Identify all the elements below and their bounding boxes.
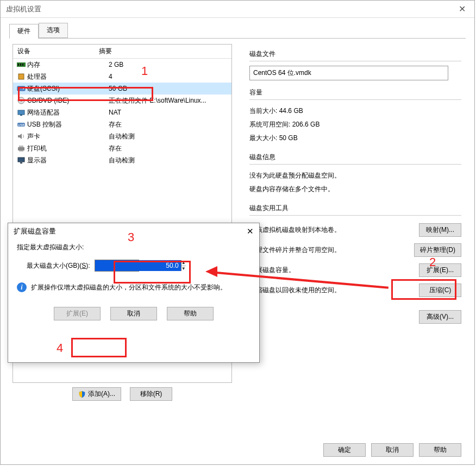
net-icon bbox=[16, 108, 26, 117]
device-summary: 存在 bbox=[109, 144, 231, 153]
summary-header: 摘要 bbox=[99, 47, 231, 56]
popup-info-text: 扩展操作仅增大虚拟磁盘的大小，分区和文件系统的大小不受影响。 bbox=[31, 282, 227, 293]
popup-help-button[interactable]: 帮助 bbox=[167, 307, 214, 320]
disk-info-1: 没有为此硬盘预分配磁盘空间。 bbox=[249, 169, 461, 182]
tool-compact-desc: 压缩磁盘以回收未使用的空间。 bbox=[249, 286, 419, 295]
cd-icon bbox=[16, 96, 26, 105]
svg-rect-17 bbox=[20, 162, 22, 163]
section-disk-info: 磁盘信息 bbox=[249, 152, 461, 165]
defrag-button[interactable]: 碎片整理(D) bbox=[414, 243, 461, 257]
section-tools: 磁盘实用工具 bbox=[249, 203, 461, 216]
device-header: 设备 bbox=[17, 47, 99, 56]
spin-down-icon[interactable]: ▼ bbox=[181, 266, 186, 272]
popup-subtitle: 指定最大虚拟磁盘大小: bbox=[17, 243, 250, 252]
map-button[interactable]: 映射(M)... bbox=[419, 223, 461, 237]
cancel-button[interactable]: 取消 bbox=[371, 443, 414, 457]
svg-point-6 bbox=[23, 88, 24, 89]
cap-max-value: 50 GB bbox=[279, 134, 298, 142]
device-row-sound[interactable]: 声卡自动检测 bbox=[13, 130, 231, 142]
svg-rect-14 bbox=[19, 146, 23, 147]
device-name: 处理器 bbox=[27, 72, 109, 81]
device-row-net[interactable]: 网络适配器NAT bbox=[13, 106, 231, 118]
disk-size-input[interactable] bbox=[95, 260, 181, 271]
device-row-memory[interactable]: 内存2 GB bbox=[13, 59, 231, 71]
close-icon[interactable]: ✕ bbox=[455, 4, 469, 14]
svg-text:USB: USB bbox=[18, 123, 24, 127]
device-name: 硬盘(SCSI) bbox=[27, 84, 109, 93]
popup-cancel-button[interactable]: 取消 bbox=[110, 307, 157, 320]
svg-rect-16 bbox=[18, 158, 24, 162]
right-panel: 磁盘文件 CentOS 64 位.vmdk 容量 当前大小: 44.6 GB 系… bbox=[237, 39, 466, 438]
add-button-label: 添加(A)... bbox=[88, 389, 115, 399]
device-summary: 自动检测 bbox=[109, 132, 231, 141]
advanced-button[interactable]: 高级(V)... bbox=[419, 310, 461, 324]
device-row-disk[interactable]: 硬盘(SCSI)50 GB bbox=[13, 83, 231, 95]
tool-expand-desc: 扩展磁盘容量。 bbox=[249, 266, 419, 275]
window-title: 虚拟机设置 bbox=[6, 4, 41, 14]
device-name: 显示器 bbox=[27, 156, 109, 165]
cap-free-value: 206.6 GB bbox=[292, 121, 320, 128]
remove-button[interactable]: 移除(R) bbox=[130, 387, 172, 401]
svg-rect-13 bbox=[18, 147, 24, 150]
section-capacity: 容量 bbox=[249, 87, 461, 100]
tool-map-desc: 将该虚拟机磁盘映射到本地卷。 bbox=[249, 225, 419, 235]
tab-options[interactable]: 选项 bbox=[39, 23, 68, 38]
device-summary: NAT bbox=[109, 109, 231, 116]
popup-field-label: 最大磁盘大小(GB)(S): bbox=[27, 261, 90, 270]
svg-rect-4 bbox=[18, 74, 24, 79]
popup-expand-button[interactable]: 扩展(E) bbox=[54, 307, 101, 320]
device-row-display[interactable]: 显示器自动检测 bbox=[13, 154, 231, 166]
compact-button[interactable]: 压缩(C) bbox=[419, 284, 461, 297]
ok-button[interactable]: 确定 bbox=[323, 443, 366, 457]
device-name: 打印机 bbox=[27, 144, 109, 153]
svg-rect-3 bbox=[22, 64, 23, 66]
svg-rect-2 bbox=[20, 64, 21, 66]
device-row-cd[interactable]: CD/DVD (IDE)正在使用文件 E:\softWare\Linux... bbox=[13, 95, 231, 106]
device-row-printer[interactable]: 打印机存在 bbox=[13, 142, 231, 154]
expand-popup: 扩展磁盘容量 ✕ 指定最大虚拟磁盘大小: 最大磁盘大小(GB)(S): ▲ ▼ … bbox=[8, 223, 260, 363]
cpu-icon bbox=[16, 72, 26, 81]
spin-up-icon[interactable]: ▲ bbox=[181, 260, 186, 266]
device-name: 声卡 bbox=[27, 132, 109, 141]
svg-rect-10 bbox=[20, 115, 22, 116]
device-row-usb[interactable]: USBUSB 控制器存在 bbox=[13, 118, 231, 130]
sound-icon bbox=[16, 132, 26, 141]
cap-current-value: 44.6 GB bbox=[279, 107, 303, 115]
disk-file-field[interactable]: CentOS 64 位.vmdk bbox=[249, 66, 448, 80]
device-name: USB 控制器 bbox=[27, 120, 109, 129]
expand-button[interactable]: 扩展(E)... bbox=[419, 263, 461, 277]
device-summary: 正在使用文件 E:\softWare\Linux... bbox=[109, 96, 231, 105]
device-summary: 自动检测 bbox=[109, 156, 231, 165]
titlebar: 虚拟机设置 ✕ bbox=[1, 1, 474, 18]
cap-max-label: 最大大小: bbox=[249, 134, 277, 142]
printer-icon bbox=[16, 144, 26, 153]
svg-rect-9 bbox=[18, 110, 24, 115]
popup-title: 扩展磁盘容量 bbox=[14, 226, 56, 236]
help-button[interactable]: 帮助 bbox=[419, 443, 461, 457]
cap-current-label: 当前大小: bbox=[249, 107, 277, 115]
svg-rect-15 bbox=[19, 150, 23, 152]
display-icon bbox=[16, 156, 26, 165]
tab-hardware[interactable]: 硬件 bbox=[9, 24, 39, 39]
disk-info-2: 硬盘内容存储在多个文件中。 bbox=[249, 182, 461, 196]
section-disk-file: 磁盘文件 bbox=[249, 48, 461, 61]
shield-icon bbox=[78, 391, 86, 398]
device-summary: 存在 bbox=[109, 120, 231, 129]
device-summary: 4 bbox=[109, 73, 231, 80]
tabs: 硬件 选项 bbox=[9, 24, 466, 39]
device-name: 内存 bbox=[27, 60, 109, 70]
device-summary: 50 GB bbox=[109, 85, 231, 92]
device-summary: 2 GB bbox=[109, 61, 231, 68]
disk-icon bbox=[16, 84, 26, 93]
dialog-buttons: 确定 取消 帮助 bbox=[9, 438, 466, 464]
add-button[interactable]: 添加(A)... bbox=[72, 387, 121, 401]
tool-defrag-desc: 整理文件碎片并整合可用空间。 bbox=[249, 245, 414, 255]
device-row-cpu[interactable]: 处理器4 bbox=[13, 71, 231, 83]
usb-icon: USB bbox=[16, 120, 26, 129]
popup-close-icon[interactable]: ✕ bbox=[247, 226, 254, 236]
disk-size-spinner[interactable]: ▲ ▼ bbox=[95, 260, 139, 272]
svg-point-8 bbox=[21, 100, 22, 102]
device-name: 网络适配器 bbox=[27, 108, 109, 117]
cap-free-label: 系统可用空间: bbox=[249, 121, 290, 128]
memory-icon bbox=[16, 60, 26, 69]
